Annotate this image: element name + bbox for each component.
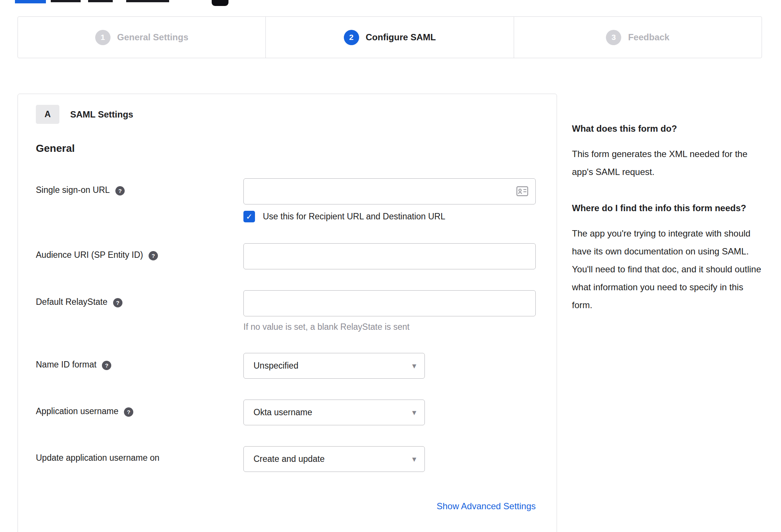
help-icon[interactable]: ? [102,361,111,370]
help-heading: Where do I find the info this form needs… [572,201,763,215]
selected-value: Okta username [253,407,312,417]
clipped-app-icon-fragment [212,0,228,6]
help-body: The app you're trying to integrate with … [572,225,763,314]
field-label: Audience URI (SP Entity ID) [36,250,143,260]
step-configure-saml[interactable]: 2 Configure SAML [265,17,513,58]
single-sign-on-url-controls: ✓ Use this for Recipient URL and Destina… [243,178,539,222]
field-label: Update application username on [36,453,159,463]
help-icon[interactable]: ? [149,251,158,260]
application-username-controls: Okta username ▾ [243,400,539,425]
audience-uri-label-wrap: Audience URI (SP Entity ID) ? [36,243,243,269]
chevron-down-icon: ▾ [412,362,416,370]
help-section-what: What does this form do? This form genera… [572,122,763,181]
help-icon[interactable]: ? [113,298,122,307]
application-username-label-wrap: Application username ? [36,400,243,425]
chevron-down-icon: ▾ [412,455,416,463]
name-id-format-label-wrap: Name ID format ? [36,353,243,379]
audience-uri-input[interactable] [243,243,536,269]
clipped-header-fragment [88,0,113,2]
update-application-username-select[interactable]: Create and update ▾ [243,446,425,472]
default-relaystate-controls: If no value is set, a blank RelayState i… [243,290,539,332]
audience-uri-controls [243,243,539,269]
default-relaystate-input[interactable] [243,290,536,316]
single-sign-on-url-input-wrap [243,178,536,204]
step-general-settings[interactable]: 1 General Settings [18,17,265,58]
clipped-header-fragment [51,0,81,2]
recipient-url-checkbox[interactable]: ✓ [243,211,255,222]
single-sign-on-url-row: Single sign-on URL ? ✓ [36,178,539,222]
step-number-badge: 2 [344,30,359,45]
help-heading: What does this form do? [572,122,763,135]
audience-uri-input-wrap [243,243,536,269]
application-username-select[interactable]: Okta username ▾ [243,400,425,425]
field-label: Single sign-on URL [36,185,110,195]
audience-uri-row: Audience URI (SP Entity ID) ? [36,243,539,269]
default-relaystate-label-wrap: Default RelayState ? [36,290,243,332]
name-id-format-controls: Unspecified ▾ [243,353,539,379]
clipped-header-fragment [126,0,169,2]
default-relaystate-row: Default RelayState ? If no value is set,… [36,290,539,332]
help-icon[interactable]: ? [124,407,133,417]
update-application-username-label-wrap: Update application username on [36,446,243,472]
chevron-down-icon: ▾ [412,409,416,417]
help-icon[interactable]: ? [115,186,125,195]
update-application-username-row: Update application username on Create an… [36,446,539,472]
step-label: Configure SAML [366,32,436,43]
help-sidebar: What does this form do? This form genera… [572,122,763,334]
section-header: A SAML Settings [36,105,539,124]
application-username-row: Application username ? Okta username ▾ [36,400,539,425]
contact-card-icon[interactable] [516,186,528,198]
step-feedback[interactable]: 3 Feedback [514,17,762,58]
check-icon: ✓ [246,212,253,221]
step-number-badge: 1 [95,30,111,45]
wizard-stepper: 1 General Settings 2 Configure SAML 3 Fe… [18,16,762,58]
single-sign-on-url-input[interactable] [243,178,536,204]
update-application-username-controls: Create and update ▾ [243,446,539,472]
selected-value: Create and update [253,454,325,464]
name-id-format-row: Name ID format ? Unspecified ▾ [36,353,539,379]
selected-value: Unspecified [253,361,298,371]
advanced-settings-link-row: Show Advanced Settings [36,501,536,511]
field-label: Default RelayState [36,297,108,307]
show-advanced-settings-link[interactable]: Show Advanced Settings [436,501,536,511]
clipped-header-fragment [15,0,46,3]
field-label: Name ID format [36,360,96,370]
step-label: Feedback [628,32,669,43]
default-relaystate-hint: If no value is set, a blank RelayState i… [243,322,539,332]
recipient-url-checkbox-row: ✓ Use this for Recipient URL and Destina… [243,211,539,222]
recipient-url-checkbox-label: Use this for Recipient URL and Destinati… [263,212,445,222]
field-label: Application username [36,406,118,416]
section-a-badge: A [36,105,59,124]
name-id-format-select[interactable]: Unspecified ▾ [243,353,425,379]
step-label: General Settings [117,32,189,43]
general-group-heading: General [36,143,539,154]
help-section-where: Where do I find the info this form needs… [572,201,763,314]
section-title: SAML Settings [70,109,133,120]
single-sign-on-url-label-wrap: Single sign-on URL ? [36,178,243,222]
help-body: This form generates the XML needed for t… [572,145,763,181]
step-number-badge: 3 [606,30,621,45]
saml-settings-panel: A SAML Settings General Single sign-on U… [18,94,557,532]
default-relaystate-input-wrap [243,290,536,316]
